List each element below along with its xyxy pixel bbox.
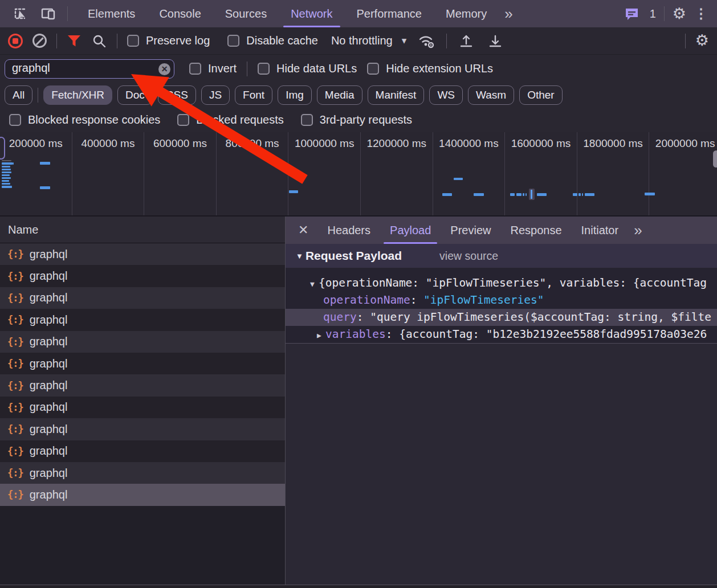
blocked-response-cookies-checkbox[interactable]: Blocked response cookies (9, 113, 160, 126)
search-icon[interactable] (91, 31, 107, 51)
request-payload-section-header[interactable]: ▼ Request Payload view source (286, 244, 717, 268)
preserve-log-checkbox[interactable]: Preserve log (127, 34, 210, 47)
details-tab-payload[interactable]: Payload (380, 217, 441, 244)
import-har-icon[interactable] (457, 31, 476, 51)
network-conditions-icon[interactable] (416, 31, 437, 51)
hide-data-urls-box[interactable] (258, 63, 270, 75)
payload-row-operationname[interactable]: operationName: "ipFlowTimeseries" (286, 292, 717, 309)
chips-separator (38, 88, 38, 103)
payload-row-query[interactable]: query: "query ipFlowTimeseries($accountT… (286, 309, 717, 326)
tab-performance[interactable]: Performance (345, 0, 434, 27)
filter-chip-ws[interactable]: WS (429, 85, 463, 105)
filter-chip-other[interactable]: Other (519, 85, 563, 105)
request-row[interactable]: {:}graphql (0, 353, 285, 374)
close-details-icon[interactable]: ✕ (289, 223, 317, 238)
details-more-tabs-chevron-icon[interactable]: » (628, 223, 647, 238)
payload-row-variables[interactable]: ▶variables: {accountTag: "b12e3b2192ee55… (286, 326, 717, 343)
timeline-request-bar (2, 180, 9, 182)
preserve-log-box[interactable] (127, 35, 139, 47)
settings-gear-icon[interactable]: ⚙ (673, 6, 686, 22)
request-row[interactable]: {:}graphql (0, 331, 285, 353)
device-toolbar-icon[interactable] (39, 4, 58, 23)
request-row[interactable]: {:}graphql (0, 418, 285, 440)
details-tab-initiator[interactable]: Initiator (572, 217, 629, 244)
details-tab-preview[interactable]: Preview (441, 217, 500, 244)
details-tab-headers[interactable]: Headers (317, 217, 380, 244)
filter-chip-wasm[interactable]: Wasm (468, 85, 514, 105)
blocked-requests-box[interactable] (177, 114, 189, 126)
filter-funnel-icon[interactable] (67, 31, 82, 51)
network-main-split: Name {:}graphql{:}graphql{:}graphql{:}gr… (0, 217, 717, 588)
request-row[interactable]: {:}graphql (0, 265, 285, 287)
record-network-log-button[interactable] (8, 34, 23, 48)
request-row[interactable]: {:}graphql (0, 397, 285, 418)
disable-cache-checkbox[interactable]: Disable cache (227, 34, 318, 47)
network-overview-timeline[interactable]: 200000 ms400000 ms600000 ms800000 ms1000… (0, 132, 717, 217)
disable-cache-box[interactable] (227, 35, 239, 47)
filter-chip-img[interactable]: Img (278, 85, 312, 105)
fetch-braces-icon: {:} (7, 271, 23, 282)
request-row[interactable]: {:}graphql (0, 440, 285, 462)
request-row[interactable]: {:}graphql (0, 374, 285, 396)
timeline-scroll-handle[interactable] (713, 150, 717, 168)
timeline-tick-label: 2000000 ms (655, 137, 715, 149)
tabbar-right-group: 1 ⚙ ⋮ (622, 4, 711, 23)
throttling-caret-icon: ▾ (402, 35, 407, 47)
network-settings-gear-icon[interactable]: ⚙ (695, 33, 709, 48)
request-row[interactable]: {:}graphql (0, 462, 285, 484)
blocked-requests-checkbox[interactable]: Blocked requests (177, 113, 283, 126)
filter-chip-js[interactable]: JS (201, 85, 230, 105)
clear-filter-icon[interactable]: ✕ (158, 63, 170, 75)
filter-chip-doc[interactable]: Doc (117, 85, 153, 105)
expander-triangle-icon[interactable]: ▶ (313, 327, 325, 343)
clear-network-log-button[interactable] (32, 34, 47, 48)
blocked-requests-label: Blocked requests (196, 113, 283, 126)
hide-extension-urls-checkbox[interactable]: Hide extension URLs (367, 62, 493, 75)
tab-sources[interactable]: Sources (213, 0, 279, 27)
issues-message-icon[interactable] (622, 4, 642, 23)
fetch-braces-icon: {:} (7, 248, 23, 260)
timeline-tick-label: 1400000 ms (439, 137, 499, 149)
3rd-party-requests-box[interactable] (301, 114, 313, 126)
tab-console[interactable]: Console (147, 0, 213, 27)
toolbar-separator-2 (117, 34, 117, 48)
filter-chip-css[interactable]: CSS (158, 85, 196, 105)
export-har-icon[interactable] (486, 31, 505, 51)
3rd-party-requests-checkbox[interactable]: 3rd-party requests (301, 113, 412, 126)
more-tabs-chevron-icon[interactable]: » (499, 6, 518, 21)
tab-network[interactable]: Network (279, 0, 344, 27)
blocked-response-cookies-box[interactable] (9, 114, 21, 126)
throttling-select[interactable]: No throttling ▾ (331, 34, 406, 47)
request-name: graphql (30, 270, 68, 283)
tab-memory[interactable]: Memory (434, 0, 499, 27)
hide-extension-urls-box[interactable] (367, 63, 379, 75)
request-row[interactable]: {:}graphql (0, 484, 285, 505)
view-source-link[interactable]: view source (439, 250, 498, 263)
payload-summary-row[interactable]: ▼{operationName: "ipFlowTimeseries", var… (286, 275, 717, 292)
filter-input[interactable] (5, 59, 174, 79)
timeline-left-handle[interactable] (0, 137, 5, 160)
timeline-request-bar (289, 190, 298, 193)
details-tabs: HeadersPayloadPreviewResponseInitiator (317, 217, 628, 244)
details-tab-response[interactable]: Response (500, 217, 571, 244)
filter-chip-media[interactable]: Media (317, 85, 362, 105)
filter-chip-manifest[interactable]: Manifest (368, 85, 425, 105)
invert-checkbox[interactable]: Invert (189, 62, 237, 75)
filter-chip-fetch-xhr[interactable]: Fetch/XHR (43, 85, 112, 105)
inspect-element-icon[interactable] (10, 4, 30, 23)
resource-type-chips: AllFetch/XHRDocCSSJSFontImgMediaManifest… (0, 83, 717, 108)
request-row[interactable]: {:}graphql (0, 309, 285, 330)
request-row[interactable]: {:}graphql (0, 243, 285, 265)
hide-data-urls-checkbox[interactable]: Hide data URLs (258, 62, 357, 75)
request-row[interactable]: {:}graphql (0, 287, 285, 309)
timeline-request-bar (40, 162, 50, 165)
name-column-header[interactable]: Name (0, 217, 285, 243)
hide-extension-urls-label: Hide extension URLs (386, 62, 493, 75)
expander-triangle-icon[interactable]: ▼ (306, 276, 319, 292)
kebab-menu-icon[interactable]: ⋮ (694, 7, 708, 21)
invert-box[interactable] (189, 63, 201, 75)
filter-chip-font[interactable]: Font (235, 85, 272, 105)
timeline-request-bar (2, 172, 11, 173)
tab-elements[interactable]: Elements (76, 0, 147, 27)
filter-chip-all[interactable]: All (5, 85, 32, 105)
